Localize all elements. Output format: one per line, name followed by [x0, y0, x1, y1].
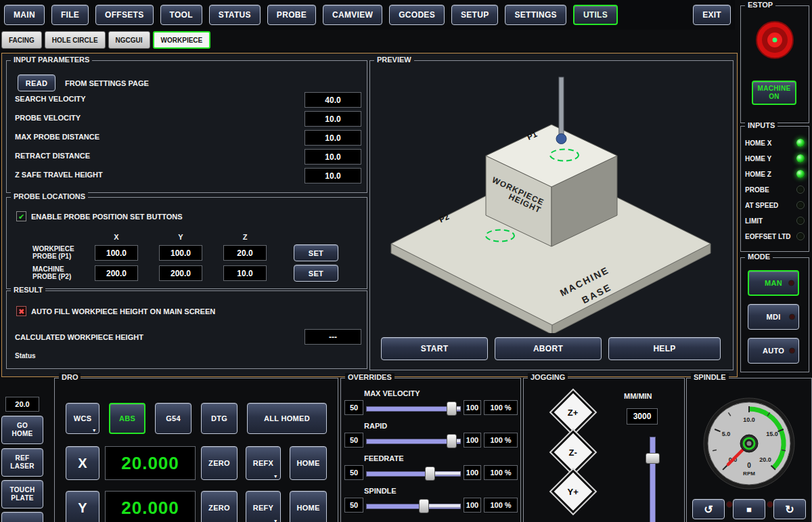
- z-safe-travel-input[interactable]: 10.0: [304, 168, 361, 183]
- home-y-button[interactable]: HOME: [290, 491, 327, 522]
- dtg-button[interactable]: DTG: [201, 403, 238, 434]
- btn-line: HOME: [12, 430, 32, 438]
- p1-set-button[interactable]: SET: [294, 244, 338, 261]
- menu-status[interactable]: STATUS: [209, 5, 261, 25]
- field-label: MAX PROBE DISTANCE: [15, 133, 99, 141]
- mode-group: MODE MAN MDI AUTO: [740, 257, 809, 372]
- input-label: LIMIT: [745, 217, 763, 225]
- p2-y-input[interactable]: 200.0: [159, 265, 202, 281]
- tab-ngcgui[interactable]: NGCGUI: [108, 31, 150, 49]
- p1-z-input[interactable]: 20.0: [223, 245, 267, 261]
- jog-rate-value[interactable]: 3000: [627, 408, 658, 425]
- maxvel-slider[interactable]: [366, 400, 461, 416]
- start-button[interactable]: START: [381, 337, 488, 360]
- tab-facing[interactable]: FACING: [1, 31, 42, 49]
- eoffset-ltd-led: [796, 232, 805, 240]
- wcs-button[interactable]: WCS ▼: [66, 403, 99, 434]
- menu-main[interactable]: MAIN: [4, 5, 45, 25]
- mode-mdi-button[interactable]: MDI: [748, 304, 799, 330]
- exit-button[interactable]: EXIT: [693, 5, 731, 25]
- rapid-slider[interactable]: [366, 433, 461, 449]
- slider-handle[interactable]: [447, 434, 457, 448]
- row-label: PROBE (P1): [32, 253, 71, 260]
- mode-auto-button[interactable]: AUTO: [748, 338, 799, 364]
- menu-utils[interactable]: UTILS: [573, 5, 618, 25]
- maxvel-max: 100: [464, 400, 481, 415]
- spindle-ovr-slider[interactable]: [366, 498, 461, 514]
- jog-y-plus-button[interactable]: Y+: [551, 469, 595, 513]
- abs-button[interactable]: ABS: [109, 403, 145, 434]
- home-x-button[interactable]: HOME: [290, 446, 327, 480]
- spindle-cw-button[interactable]: ↻: [773, 499, 806, 519]
- feedrate-slider[interactable]: [366, 465, 461, 481]
- menu-tool[interactable]: TOOL: [160, 5, 202, 25]
- help-button[interactable]: HELP: [608, 337, 721, 360]
- ref-button[interactable]: REF: [1, 512, 43, 522]
- refy-label: REFY: [253, 504, 274, 512]
- retract-distance-input[interactable]: 10.0: [304, 149, 361, 165]
- slider-handle[interactable]: [425, 466, 435, 481]
- menu-file[interactable]: FILE: [51, 5, 89, 25]
- spindle-stop-button[interactable]: ■: [733, 499, 765, 519]
- estop-button[interactable]: [754, 20, 795, 60]
- axis-x-button[interactable]: X: [66, 446, 99, 480]
- abort-button[interactable]: ABORT: [495, 337, 602, 360]
- read-button[interactable]: READ: [18, 74, 55, 91]
- menu-gcodes[interactable]: GCODES: [389, 5, 445, 25]
- jog-label: Y+: [568, 486, 579, 496]
- jog-rate-slider[interactable]: [650, 437, 656, 522]
- menu-settings[interactable]: SETTINGS: [505, 5, 566, 25]
- all-homed-button[interactable]: ALL HOMED: [247, 403, 327, 434]
- refy-button[interactable]: REFY ▼: [246, 491, 281, 522]
- p2-z-input[interactable]: 10.0: [223, 265, 267, 281]
- dropdown-arrow-icon: ▼: [92, 428, 97, 433]
- touch-plate-button[interactable]: TOUCH PLATE: [1, 480, 43, 508]
- spindle-ccw-button[interactable]: ↺: [692, 499, 725, 519]
- preview-group: PREVIEW P1 P2 WORKPIECE HE: [369, 60, 734, 370]
- ccw-icon: ↺: [704, 503, 713, 516]
- dropdown-arrow-icon: ▼: [273, 519, 278, 522]
- status-label: Status: [15, 352, 36, 360]
- probe-velocity-input[interactable]: 10.0: [304, 111, 361, 127]
- mode-auto-label: AUTO: [763, 347, 784, 355]
- p1-x-input[interactable]: 100.0: [95, 245, 138, 261]
- max-probe-distance-input[interactable]: 10.0: [304, 130, 361, 146]
- dro-y-value: 20.000: [105, 491, 196, 522]
- tab-workpiece[interactable]: WORKPIECE: [153, 31, 211, 49]
- jog-slider-handle[interactable]: [646, 453, 660, 464]
- probe-rod: [559, 77, 564, 135]
- autofill-checkbox[interactable]: ✖: [16, 306, 26, 316]
- refx-button[interactable]: REFX ▼: [246, 446, 281, 480]
- enable-probe-checkbox[interactable]: ✔: [16, 211, 26, 221]
- tab-hole-circle[interactable]: HOLE CIRCLE: [45, 31, 106, 49]
- mdi-led: [789, 314, 795, 320]
- p1-y-input[interactable]: 100.0: [159, 245, 202, 261]
- btn-line: PLATE: [11, 494, 34, 502]
- go-home-button[interactable]: GO HOME: [1, 416, 43, 444]
- override-label: FEEDRATE: [364, 454, 403, 462]
- group-title: INPUT PARAMETERS: [11, 56, 92, 64]
- p2-set-button[interactable]: SET: [294, 265, 338, 282]
- machine-on-button[interactable]: MACHINE ON: [752, 81, 796, 105]
- menu-camview[interactable]: CAMVIEW: [323, 5, 382, 25]
- at-speed-led: [796, 201, 805, 209]
- estop-group: ESTOP MACHINE ON: [740, 5, 809, 123]
- ref-laser-button[interactable]: REF LASER: [1, 448, 43, 477]
- jog-z-plus-button[interactable]: Z+: [551, 390, 595, 434]
- mode-man-button[interactable]: MAN: [748, 270, 799, 296]
- field-label: RETRACT DISTANCE: [15, 152, 90, 160]
- menu-probe[interactable]: PROBE: [267, 5, 316, 25]
- p2-x-input[interactable]: 200.0: [95, 265, 138, 281]
- g54-button[interactable]: G54: [155, 403, 191, 434]
- zero-y-button[interactable]: ZERO: [201, 491, 238, 522]
- zero-x-button[interactable]: ZERO: [201, 446, 238, 480]
- menu-setup[interactable]: SETUP: [451, 5, 499, 25]
- axis-y-button[interactable]: Y: [66, 491, 99, 522]
- group-title: JOGGING: [528, 373, 568, 381]
- search-velocity-input[interactable]: 40.0: [304, 92, 361, 108]
- slider-handle[interactable]: [447, 401, 457, 416]
- menu-offsets[interactable]: OFFSETS: [95, 5, 153, 25]
- slider-handle[interactable]: [419, 499, 429, 513]
- group-title: ESTOP: [745, 1, 775, 9]
- jog-z-minus-button[interactable]: Z-: [551, 430, 595, 474]
